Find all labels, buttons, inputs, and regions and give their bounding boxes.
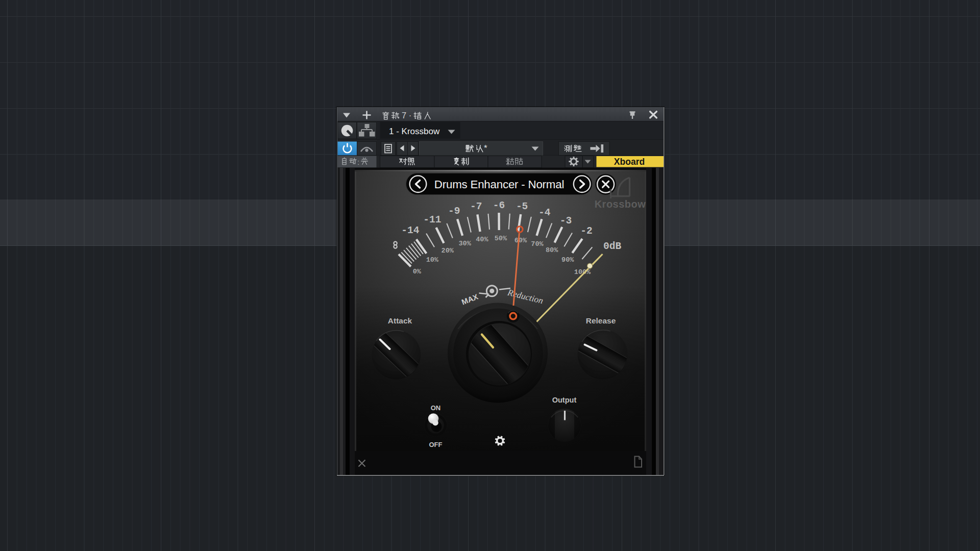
svg-text:-4: -4 — [538, 207, 551, 218]
svg-text:ON: ON — [431, 404, 441, 412]
svg-text:10%: 10% — [426, 256, 439, 264]
svg-text:70%: 70% — [531, 240, 544, 248]
svg-text:-9: -9 — [448, 206, 460, 217]
svg-text:30%: 30% — [458, 240, 471, 247]
svg-text:-7: -7 — [470, 201, 482, 212]
svg-text:0dB: 0dB — [603, 241, 621, 252]
svg-text:-11: -11 — [423, 214, 441, 226]
svg-text:Release: Release — [586, 316, 616, 325]
svg-text:Attack: Attack — [388, 316, 412, 325]
svg-text:Output: Output — [552, 396, 577, 404]
svg-text:OFF: OFF — [429, 441, 443, 448]
svg-text:-3: -3 — [560, 215, 572, 227]
svg-text:80%: 80% — [546, 246, 558, 254]
svg-text:0%: 0% — [413, 268, 422, 276]
svg-text:-6: -6 — [493, 200, 505, 211]
svg-text:Xboard: Xboard — [614, 157, 645, 167]
svg-text:50%: 50% — [495, 235, 507, 242]
svg-text:90%: 90% — [561, 256, 574, 264]
svg-text:1 - Krossbow: 1 - Krossbow — [389, 127, 440, 136]
svg-text:Drums Enhancer - Normal: Drums Enhancer - Normal — [434, 178, 564, 191]
svg-text:-2: -2 — [580, 226, 592, 237]
svg-text:-5: -5 — [516, 201, 528, 212]
svg-text:60%: 60% — [514, 237, 527, 244]
svg-text:7 ·: 7 · — [402, 111, 411, 120]
svg-text:-14: -14 — [401, 225, 419, 236]
svg-text::: : — [357, 158, 359, 166]
svg-text:20%: 20% — [442, 247, 454, 255]
svg-text:*: * — [484, 143, 487, 153]
svg-text:40%: 40% — [476, 236, 488, 243]
svg-text:Krossbow: Krossbow — [595, 198, 646, 210]
